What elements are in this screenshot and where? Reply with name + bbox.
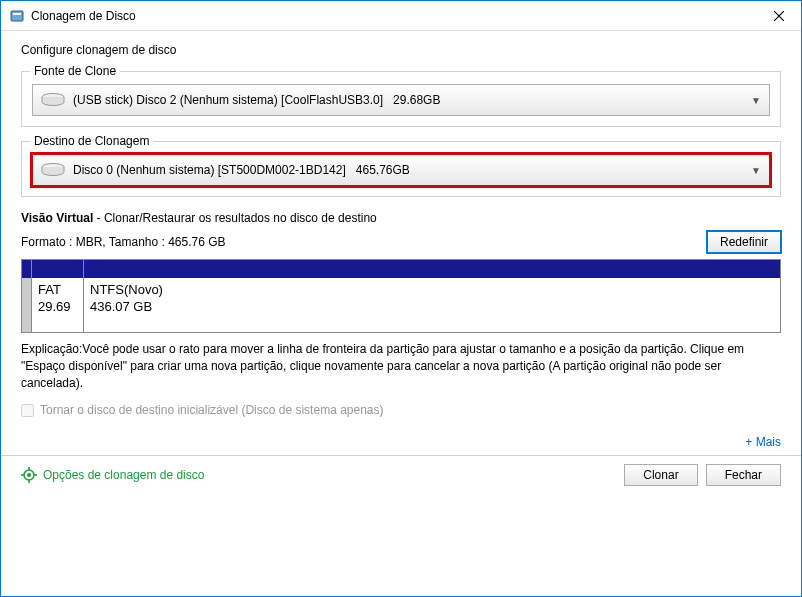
page-subtitle: Configure clonagem de disco — [21, 43, 781, 57]
disk-icon — [41, 163, 65, 177]
svg-rect-0 — [11, 11, 23, 21]
close-icon — [774, 11, 784, 21]
partition-ntfs[interactable]: NTFS(Novo) 436.07 GB — [84, 260, 780, 332]
partition-header — [32, 260, 83, 278]
bootable-label: Tornar o disco de destino inicializável … — [40, 403, 384, 417]
partition-size: 29.69 — [38, 299, 77, 316]
dest-text: Disco 0 (Nenhum sistema) [ST500DM002-1BD… — [73, 163, 751, 177]
svg-rect-1 — [13, 13, 21, 15]
partition-header — [84, 260, 780, 278]
close-button[interactable]: Fechar — [706, 464, 781, 486]
partition-spacer — [22, 260, 32, 332]
partition-body: NTFS(Novo) 436.07 GB — [84, 278, 780, 332]
source-group: Fonte de Clone (USB stick) Disco 2 (Nenh… — [21, 71, 781, 127]
source-text: (USB stick) Disco 2 (Nenhum sistema) [Co… — [73, 93, 751, 107]
dest-dropdown[interactable]: Disco 0 (Nenhum sistema) [ST500DM002-1BD… — [32, 154, 770, 186]
source-dropdown[interactable]: (USB stick) Disco 2 (Nenhum sistema) [Co… — [32, 84, 770, 116]
dest-group: Destino de Clonagem Disco 0 (Nenhum sist… — [21, 141, 781, 197]
partition-size: 436.07 GB — [90, 299, 774, 316]
partition-name: FAT — [38, 282, 77, 299]
clone-options-link[interactable]: Opções de clonagem de disco — [43, 468, 616, 482]
format-text: Formato : MBR, Tamanho : 465.76 GB — [21, 235, 707, 249]
dest-label: Destino de Clonagem — [30, 134, 153, 148]
svg-point-5 — [27, 473, 31, 477]
clone-button[interactable]: Clonar — [624, 464, 697, 486]
bootable-checkbox — [21, 404, 34, 417]
virtual-view-title: Visão Virtual - Clonar/Restaurar os resu… — [21, 211, 781, 225]
bootable-checkbox-row: Tornar o disco de destino inicializável … — [21, 403, 781, 417]
partition-body: FAT 29.69 — [32, 278, 83, 332]
window-title: Clonagem de Disco — [31, 9, 756, 23]
chevron-down-icon: ▼ — [751, 95, 761, 106]
gear-icon — [21, 467, 37, 483]
redefine-button[interactable]: Redefinir — [707, 231, 781, 253]
partition-fat[interactable]: FAT 29.69 — [32, 260, 84, 332]
explanation-text: Explicação:Você pode usar o rato para mo… — [21, 341, 781, 391]
titlebar: Clonagem de Disco — [1, 1, 801, 31]
source-label: Fonte de Clone — [30, 64, 120, 78]
partition-layout[interactable]: FAT 29.69 NTFS(Novo) 436.07 GB — [21, 259, 781, 333]
partition-name: NTFS(Novo) — [90, 282, 774, 299]
disk-icon — [41, 93, 65, 107]
more-link[interactable]: + Mais — [21, 435, 781, 449]
app-icon — [9, 8, 25, 24]
footer: Opções de clonagem de disco Clonar Fecha… — [1, 455, 801, 493]
chevron-down-icon: ▼ — [751, 165, 761, 176]
close-button[interactable] — [756, 1, 801, 31]
